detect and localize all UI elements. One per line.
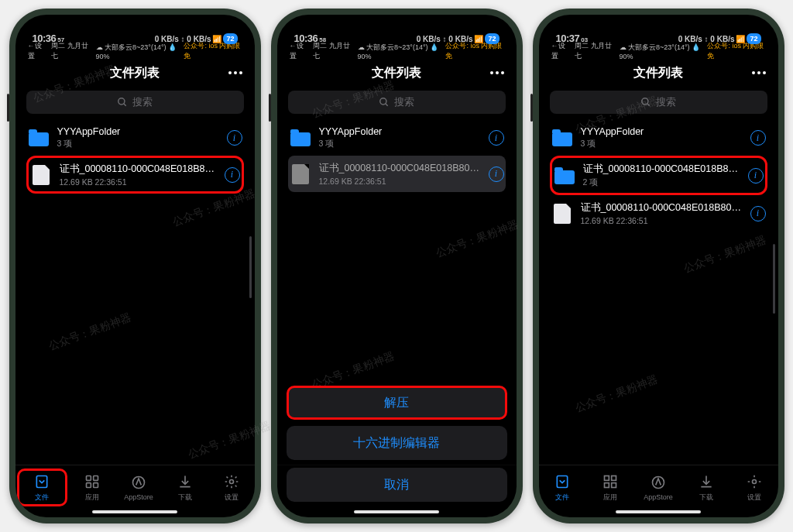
phone-frame-3: 10:37 03 0 KB/s ↕ 0 KB/s 📶 72 ←设置 周二 九月廿… <box>533 9 784 523</box>
info-button[interactable]: i <box>748 168 764 184</box>
status-time: 10:36 <box>33 33 57 44</box>
svg-line-10 <box>386 104 388 106</box>
info-button[interactable]: i <box>750 130 766 146</box>
info-button[interactable]: i <box>489 166 504 182</box>
search-field[interactable]: 搜索 <box>550 91 767 114</box>
files-icon <box>33 473 50 490</box>
svg-point-9 <box>380 98 386 105</box>
sheet-action-hex-editor[interactable]: 十六进制编辑器 <box>287 426 507 460</box>
svg-rect-24 <box>612 482 616 487</box>
nav-bar: 文件列表 <box>539 58 778 88</box>
search-field[interactable]: 搜索 <box>26 91 244 114</box>
svg-line-1 <box>124 104 126 106</box>
sub-status: ←设置 周二 九月廿七 ☁ 大部多云8~23°(14°) 💧 90% 公众号: … <box>277 46 517 58</box>
status-battery: 72 <box>223 33 237 44</box>
more-button[interactable] <box>228 71 242 74</box>
sub-status: ←设置 周二 九月廿七 ☁ 大部多云8~23°(14°) 💧 90% 公众号: … <box>539 46 778 58</box>
item-title: YYYAppFolder <box>57 126 219 137</box>
svg-point-18 <box>642 98 648 105</box>
store-icon <box>650 474 667 491</box>
tab-apps[interactable]: 应用 <box>586 465 634 510</box>
svg-rect-3 <box>87 475 91 480</box>
notch <box>346 15 447 35</box>
status-net: 0 KB/s ↕ 0 KB/s <box>155 35 211 43</box>
tab-settings[interactable]: 设置 <box>730 465 778 510</box>
search-icon <box>117 97 128 108</box>
sheet-cancel[interactable]: 取消 <box>287 468 507 502</box>
sub-status: ←设置 周二 九月廿七 ☁ 大部多云8~23°(14°) 💧 90% 公众号: … <box>15 46 255 58</box>
folder-icon <box>552 129 572 146</box>
folder-icon <box>554 167 575 184</box>
notch <box>84 15 185 35</box>
folder-icon <box>290 129 311 146</box>
svg-point-8 <box>229 479 233 483</box>
tab-bar: 文件 应用 AppStore 下载 设置 <box>15 465 255 517</box>
scroll-indicator[interactable] <box>249 236 252 298</box>
list-item[interactable]: YYYAppFolder 3 项 i <box>26 120 244 156</box>
scroll-indicator[interactable] <box>773 244 775 314</box>
list-item[interactable]: 证书_00008110-000C048E018B801E.zip 12.69 K… <box>26 156 244 194</box>
svg-rect-21 <box>605 475 609 480</box>
tab-download[interactable]: 下载 <box>682 465 730 510</box>
svg-rect-6 <box>94 482 98 487</box>
screen: 10:36 57 0 KB/s ↕ 0 KB/s 📶 72 ←设置 周二 九月廿… <box>15 15 255 517</box>
nav-bar: 文件列表 <box>277 58 517 88</box>
svg-point-0 <box>118 98 125 105</box>
folder-icon <box>29 129 49 146</box>
tab-settings[interactable]: 设置 <box>208 465 255 510</box>
sheet-action-unzip[interactable]: 解压 <box>287 386 507 420</box>
apps-icon <box>84 473 101 490</box>
nav-bar: 文件列表 <box>15 58 255 88</box>
apps-icon <box>602 473 619 490</box>
list-item[interactable]: YYYAppFolder 3 项 i <box>288 120 506 156</box>
gear-icon <box>223 473 240 490</box>
svg-line-19 <box>647 104 650 106</box>
list-item[interactable]: YYYAppFolder 3 项 i <box>550 120 767 156</box>
file-icon <box>292 164 309 184</box>
item-subtitle: 12.69 KB 22:36:51 <box>60 177 217 187</box>
svg-rect-2 <box>37 475 47 487</box>
tab-apps[interactable]: 应用 <box>69 465 115 510</box>
file-icon <box>554 204 571 224</box>
search-field[interactable]: 搜索 <box>288 91 506 114</box>
file-list: YYYAppFolder 3 项 i 证书_00008110-000C048E0… <box>15 120 255 465</box>
tab-bar: 文件 应用 AppStore 下载 设置 <box>539 465 778 517</box>
screen: 10:37 03 0 KB/s ↕ 0 KB/s 📶 72 ←设置 周二 九月廿… <box>539 15 778 517</box>
screen: 10:36 58 0 KB/s ↕ 0 KB/s 📶 72 ←设置 周二 九月廿… <box>277 15 517 517</box>
info-button[interactable]: i <box>750 206 766 221</box>
search-icon <box>379 97 390 108</box>
svg-rect-22 <box>612 475 616 480</box>
info-button[interactable]: i <box>489 130 504 146</box>
download-icon <box>698 473 715 490</box>
info-button[interactable]: i <box>225 167 240 183</box>
files-icon <box>554 473 571 490</box>
more-button[interactable] <box>752 71 766 74</box>
info-button[interactable]: i <box>227 130 242 146</box>
status-time: 10:36 <box>294 33 318 44</box>
tab-files[interactable]: 文件 <box>17 469 68 506</box>
item-subtitle: 3 项 <box>57 139 219 149</box>
more-button[interactable] <box>490 71 504 74</box>
svg-point-26 <box>752 479 756 483</box>
file-list: YYYAppFolder 3 项 i 证书_00008110-000C048E0… <box>539 120 778 465</box>
nav-title: 文件列表 <box>110 65 160 81</box>
tab-appstore[interactable]: AppStore <box>634 465 682 510</box>
phone-frame-1: 10:36 57 0 KB/s ↕ 0 KB/s 📶 72 ←设置 周二 九月廿… <box>9 9 261 523</box>
home-indicator[interactable] <box>616 510 701 513</box>
home-indicator[interactable] <box>92 510 177 513</box>
item-title: 证书_00008110-000C048E018B801E.zip <box>60 163 217 176</box>
gear-icon <box>746 473 763 490</box>
notch <box>608 15 709 35</box>
tab-appstore[interactable]: AppStore <box>115 465 162 510</box>
list-item[interactable]: 证书_00008110-000C048E018B801E.zip 12.69 K… <box>288 156 506 192</box>
action-sheet: 解压 十六进制编辑器 取消 <box>277 386 517 517</box>
svg-rect-20 <box>558 475 568 487</box>
tab-files[interactable]: 文件 <box>539 465 587 510</box>
status-small: 57 <box>57 36 64 43</box>
list-item[interactable]: 证书_00008110-000C048E018B801E.zip 12.69 K… <box>550 195 767 232</box>
svg-rect-5 <box>87 482 91 487</box>
tab-download[interactable]: 下载 <box>162 465 208 510</box>
list-item[interactable]: 证书_00008110-000C048E018B801E 2 项 i <box>550 156 767 195</box>
search-placeholder: 搜索 <box>132 95 153 109</box>
svg-rect-4 <box>94 475 98 480</box>
